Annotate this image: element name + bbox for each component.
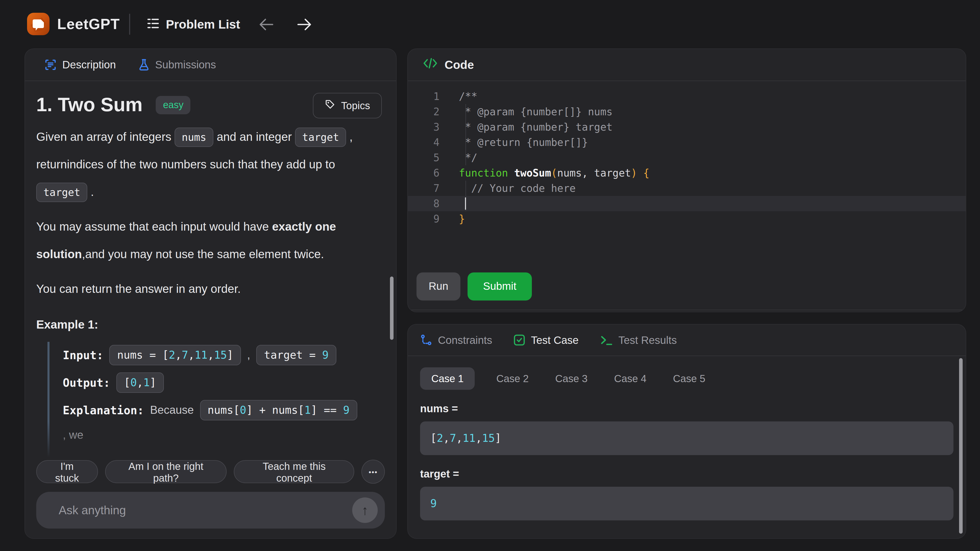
tab-description[interactable]: Description [45, 59, 116, 71]
code-line-5[interactable]: 5 */ [408, 150, 966, 165]
tab-test-case[interactable]: Test Case [514, 334, 579, 346]
code-line-text: * @param {number[]} nums [459, 104, 966, 119]
description-panel: Description Submissions 1. Two Sum easy [24, 48, 396, 539]
case-tab-1[interactable]: Case 1 [420, 367, 475, 390]
line-number: 3 [408, 119, 439, 135]
code-line-8[interactable]: 8 [408, 196, 966, 211]
code-panel-header: Code [408, 49, 966, 81]
send-button[interactable]: ↑ [352, 497, 378, 523]
tab-test-results-label: Test Results [618, 334, 677, 346]
problem-paragraph-2: You may assume that each input would hav… [36, 213, 383, 268]
topics-label: Topics [341, 100, 370, 111]
test-case-fields: nums =[2,7,11,15]target =9 [420, 403, 953, 520]
code-line-text [459, 196, 966, 211]
code-line-7[interactable]: 7 // Your code here [408, 181, 966, 196]
example-row-label: Input: [63, 349, 103, 362]
terminal-icon [600, 334, 613, 346]
case-tabs-row: Case 1Case 2Case 3Case 4Case 5 [420, 367, 953, 390]
tab-test-case-label: Test Case [531, 334, 579, 346]
code-line-2[interactable]: 2 * @param {number[]} nums [408, 104, 966, 119]
flask-icon [138, 59, 150, 71]
list-icon [146, 17, 160, 32]
inline-code-chip: target [36, 183, 88, 202]
test-panel: Constraints Test Case Test Results [407, 324, 966, 539]
problem-list-label: Problem List [166, 17, 240, 32]
code-line-text: * @param {number} target [459, 119, 966, 135]
code-line-9[interactable]: 9} [408, 211, 966, 227]
line-number: 9 [408, 211, 439, 227]
inline-code-chip: nums[0] + nums[1] == 9 [200, 400, 357, 421]
line-number: 8 [408, 196, 439, 211]
code-line-text: /** [459, 89, 966, 104]
tag-icon [325, 99, 336, 112]
top-bar: LeetGPT Problem List [0, 0, 980, 48]
code-line-6[interactable]: 6function twoSum(nums, target) { [408, 165, 966, 181]
case-tab-2[interactable]: Case 2 [491, 367, 534, 390]
case-tab-3[interactable]: Case 3 [550, 367, 593, 390]
code-icon [423, 57, 438, 73]
example-row-input: Input:nums = [2,7,11,15],target = 9 [63, 345, 379, 365]
code-line-text: } [459, 211, 966, 227]
forward-arrow-icon[interactable] [296, 16, 313, 33]
text-cursor [465, 197, 466, 210]
test-panel-scrollbar[interactable] [959, 358, 963, 534]
suggestion-chips-row: I'm stuckAm I on the right path?Teach me… [36, 460, 385, 484]
problem-paragraph-3: You can return the answer in any order. [36, 275, 383, 303]
code-panel-title: Code [445, 58, 474, 72]
line-number: 4 [408, 135, 439, 150]
nav-arrows [258, 0, 313, 48]
inline-code-chip: target [295, 127, 346, 147]
more-suggestions-button[interactable]: ••• [361, 460, 385, 484]
code-line-text: * @return {number[]} [459, 135, 966, 150]
ask-anything-input[interactable] [36, 503, 385, 517]
inline-code-chip: target = 9 [256, 345, 336, 365]
leetgpt-logo-icon [27, 12, 50, 36]
description-tab-bar: Description Submissions [25, 49, 396, 81]
app-window: LeetGPT Problem List [0, 0, 980, 551]
code-line-3[interactable]: 3 * @param {number} target [408, 119, 966, 135]
field-label-nums: nums = [420, 403, 953, 415]
code-line-1[interactable]: 1/** [408, 89, 966, 104]
example-1-heading: Example 1: [36, 318, 383, 332]
submit-button[interactable]: Submit [468, 272, 532, 300]
constraints-icon [420, 334, 432, 346]
line-number: 2 [408, 104, 439, 119]
chat-input-box: ↑ [36, 492, 385, 529]
field-input-target[interactable]: 9 [420, 487, 953, 520]
problem-description[interactable]: 1. Two Sum easy Topics Given an array of… [25, 82, 396, 457]
tab-constraints[interactable]: Constraints [420, 334, 492, 346]
back-arrow-icon[interactable] [258, 16, 275, 33]
code-panel: Code 1/**2 * @param {number[]} nums3 * @… [407, 48, 966, 312]
example-row-label: Explanation: [63, 404, 144, 416]
problem-title-row: 1. Two Sum easy Topics [36, 94, 383, 116]
case-tab-5[interactable]: Case 5 [668, 367, 711, 390]
field-input-nums[interactable]: [2,7,11,15] [420, 421, 953, 455]
line-number: 1 [408, 89, 439, 104]
suggestion-chip-3[interactable]: Teach me this concept [234, 460, 354, 483]
case-tab-4[interactable]: Case 4 [609, 367, 652, 390]
tab-submissions[interactable]: Submissions [138, 59, 216, 71]
topics-button[interactable]: Topics [313, 93, 382, 118]
code-line-text: // Your code here [459, 181, 966, 196]
tab-test-results[interactable]: Test Results [600, 334, 677, 346]
suggestion-chip-1[interactable]: I'm stuck [36, 460, 98, 483]
field-label-target: target = [420, 468, 953, 480]
run-button[interactable]: Run [417, 272, 460, 300]
tab-constraints-label: Constraints [438, 334, 492, 346]
inline-code-chip: [0,1] [116, 372, 164, 393]
description-scrollbar[interactable] [390, 276, 393, 340]
brand-title: LeetGPT [57, 0, 120, 48]
code-actions-row: Run Submit [408, 261, 966, 312]
problem-title: 1. Two Sum [36, 94, 143, 116]
tab-submissions-label: Submissions [155, 59, 216, 71]
problem-paragraph-1: Given an array of integers nums and an i… [36, 123, 383, 206]
code-line-4[interactable]: 4 * @return {number[]} [408, 135, 966, 150]
description-icon [45, 59, 57, 71]
difficulty-badge: easy [156, 96, 191, 114]
example-row-label: Output: [63, 376, 110, 389]
line-number: 6 [408, 165, 439, 181]
problem-list-button[interactable]: Problem List [146, 0, 240, 48]
example-row-explanation: Explanation:Becausenums[0] + nums[1] == … [63, 400, 379, 457]
suggestion-chip-2[interactable]: Am I on the right path? [105, 460, 227, 483]
line-number: 7 [408, 181, 439, 196]
